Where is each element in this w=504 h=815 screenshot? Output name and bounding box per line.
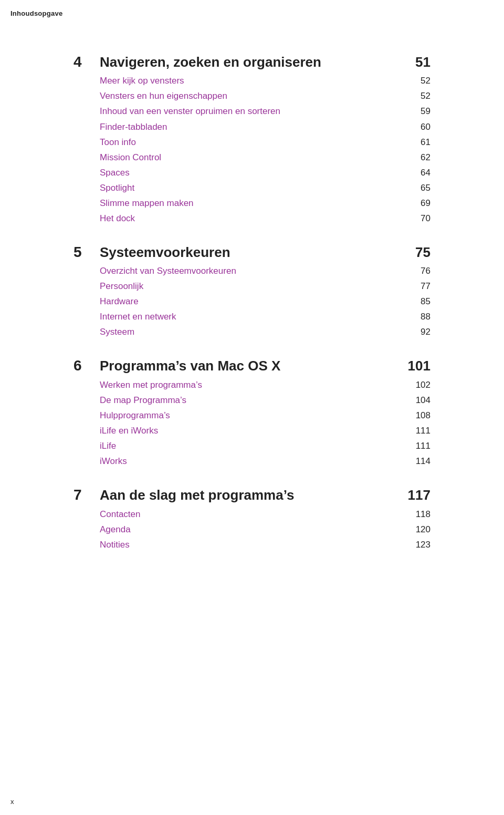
sub-item-title: Het dock xyxy=(100,211,399,226)
sub-row: Spaces64 xyxy=(100,166,430,180)
sub-item-title: Contacten xyxy=(100,507,399,522)
sub-row: Hulpprogramma’s108 xyxy=(100,408,430,423)
chapter-block: 6Programma’s van Mac OS X101Werken met p… xyxy=(74,356,430,469)
chapter-block: 7Aan de slag met programma’s117Contacten… xyxy=(74,486,430,552)
chapter-number: 6 xyxy=(74,356,100,375)
chapter-number: 4 xyxy=(74,53,100,71)
sub-item-title: Meer kijk op vensters xyxy=(100,74,399,88)
toc-container: 4Navigeren, zoeken en organiseren51Meer … xyxy=(32,53,472,552)
sub-item-page: 111 xyxy=(399,439,430,453)
chapter-number: 7 xyxy=(74,486,100,504)
sub-item-title: iWorks xyxy=(100,454,399,469)
sub-item-title: iLife en iWorks xyxy=(100,424,399,438)
sub-item-title: Spaces xyxy=(100,166,399,180)
sub-row: Finder-tabbladen60 xyxy=(100,120,430,135)
sub-item-title: Persoonlijk xyxy=(100,279,399,294)
sub-row: iLife111 xyxy=(100,439,430,453)
chapter-title: Systeemvoorkeuren xyxy=(100,244,399,262)
sub-item-title: Agenda xyxy=(100,522,399,537)
sub-item-page: 92 xyxy=(399,325,430,339)
sub-row: De map Programma’s104 xyxy=(100,393,430,408)
chapter-title: Aan de slag met programma’s xyxy=(100,487,399,504)
sub-item-page: 102 xyxy=(399,378,430,393)
sub-row: Notities123 xyxy=(100,538,430,552)
sub-item-title: Spotlight xyxy=(100,181,399,195)
chapter-number: 5 xyxy=(74,243,100,262)
sub-item-title: Inhoud van een venster opruimen en sorte… xyxy=(100,104,399,119)
sub-item-title: De map Programma’s xyxy=(100,393,399,408)
chapter-row: 7Aan de slag met programma’s117 xyxy=(74,486,430,504)
sub-item-title: Overzicht van Systeemvoorkeuren xyxy=(100,264,399,278)
sub-row: Agenda120 xyxy=(100,522,430,537)
sub-item-page: 69 xyxy=(399,196,430,211)
sub-row: Meer kijk op vensters52 xyxy=(100,74,430,88)
chapter-row: 4Navigeren, zoeken en organiseren51 xyxy=(74,53,430,71)
sub-row: Systeem92 xyxy=(100,325,430,339)
sub-item-page: 52 xyxy=(399,74,430,88)
chapter-title: Programma’s van Mac OS X xyxy=(100,357,399,375)
sub-row: Vensters en hun eigenschappen52 xyxy=(100,89,430,104)
chapter-page: 51 xyxy=(399,54,430,71)
sub-item-page: 120 xyxy=(399,522,430,537)
sub-item-title: Mission Control xyxy=(100,150,399,165)
sub-row: iLife en iWorks111 xyxy=(100,424,430,438)
sub-item-title: Notities xyxy=(100,538,399,552)
sub-item-page: 88 xyxy=(399,310,430,324)
sub-item-page: 70 xyxy=(399,211,430,226)
sub-row: Internet en netwerk88 xyxy=(100,310,430,324)
sub-item-page: 60 xyxy=(399,120,430,135)
sub-item-title: Internet en netwerk xyxy=(100,310,399,324)
sub-items: Meer kijk op vensters52Vensters en hun e… xyxy=(100,74,430,225)
sub-item-title: Finder-tabbladen xyxy=(100,120,399,135)
sub-item-title: Slimme mappen maken xyxy=(100,196,399,211)
sub-row: Hardware85 xyxy=(100,294,430,309)
sub-row: Mission Control62 xyxy=(100,150,430,165)
sub-row: Toon info61 xyxy=(100,135,430,150)
sub-item-page: 61 xyxy=(399,135,430,150)
chapter-title: Navigeren, zoeken en organiseren xyxy=(100,54,399,71)
chapter-row: 6Programma’s van Mac OS X101 xyxy=(74,356,430,375)
chapter-row: 5Systeemvoorkeuren75 xyxy=(74,243,430,262)
sub-row: iWorks114 xyxy=(100,454,430,469)
sub-row: Inhoud van een venster opruimen en sorte… xyxy=(100,104,430,119)
sub-item-page: 111 xyxy=(399,424,430,438)
page-header: Inhoudsopgave xyxy=(10,9,62,17)
sub-item-title: Vensters en hun eigenschappen xyxy=(100,89,399,104)
sub-item-page: 77 xyxy=(399,279,430,294)
sub-item-page: 52 xyxy=(399,89,430,104)
sub-item-title: Hardware xyxy=(100,294,399,309)
sub-row: Contacten118 xyxy=(100,507,430,522)
sub-row: Het dock70 xyxy=(100,211,430,226)
chapter-page: 75 xyxy=(399,244,430,262)
sub-item-page: 64 xyxy=(399,166,430,180)
sub-item-title: Systeem xyxy=(100,325,399,339)
sub-item-page: 123 xyxy=(399,538,430,552)
sub-item-page: 118 xyxy=(399,507,430,522)
page-footer: x xyxy=(10,798,14,806)
chapter-block: 5Systeemvoorkeuren75Overzicht van Systee… xyxy=(74,243,430,340)
sub-item-title: Hulpprogramma’s xyxy=(100,408,399,423)
sub-item-page: 114 xyxy=(399,454,430,469)
sub-item-page: 62 xyxy=(399,150,430,165)
sub-row: Slimme mappen maken69 xyxy=(100,196,430,211)
sub-item-title: iLife xyxy=(100,439,399,453)
sub-item-title: Werken met programma’s xyxy=(100,378,399,393)
sub-item-title: Toon info xyxy=(100,135,399,150)
sub-item-page: 65 xyxy=(399,181,430,195)
sub-row: Spotlight65 xyxy=(100,181,430,195)
chapter-block: 4Navigeren, zoeken en organiseren51Meer … xyxy=(74,53,430,226)
sub-item-page: 59 xyxy=(399,104,430,119)
sub-item-page: 76 xyxy=(399,264,430,278)
sub-item-page: 104 xyxy=(399,393,430,408)
chapter-page: 101 xyxy=(399,357,430,375)
sub-item-page: 85 xyxy=(399,294,430,309)
sub-item-page: 108 xyxy=(399,408,430,423)
sub-items: Contacten118Agenda120Notities123 xyxy=(100,507,430,552)
sub-items: Overzicht van Systeemvoorkeuren76Persoon… xyxy=(100,264,430,339)
sub-row: Persoonlijk77 xyxy=(100,279,430,294)
sub-row: Werken met programma’s102 xyxy=(100,378,430,393)
sub-items: Werken met programma’s102De map Programm… xyxy=(100,378,430,469)
sub-row: Overzicht van Systeemvoorkeuren76 xyxy=(100,264,430,278)
chapter-page: 117 xyxy=(399,487,430,504)
